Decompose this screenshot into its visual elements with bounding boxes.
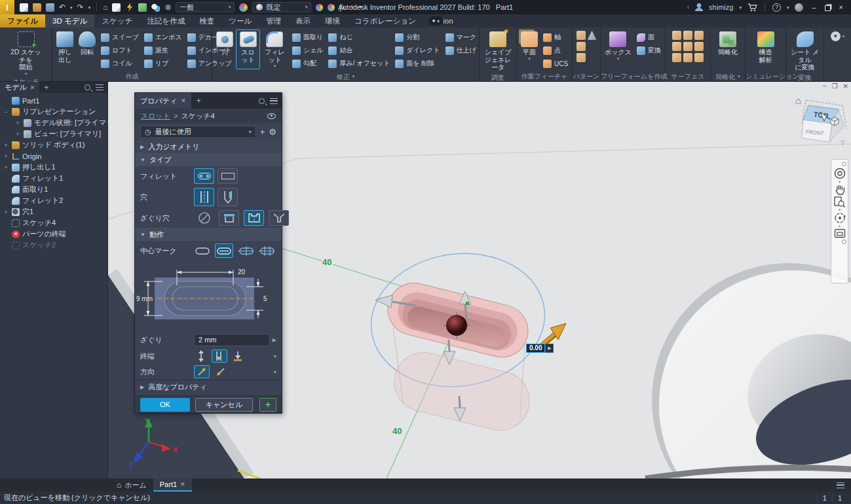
adjust-appearance-icon[interactable] (316, 4, 323, 11)
appearance-pair-icon[interactable] (151, 3, 160, 12)
search-icon[interactable] (85, 84, 90, 90)
spotface-option[interactable] (219, 210, 239, 226)
tree-item[interactable]: パーツの終端 (3, 228, 107, 240)
breadcrumb-feature[interactable]: スロット (141, 111, 170, 121)
direction-flip-option[interactable] (213, 365, 229, 378)
browser-menu-icon[interactable] (96, 84, 104, 90)
drilled-hole-option[interactable] (194, 188, 214, 206)
tree-item[interactable]: + Origin (3, 151, 107, 162)
parameters-icon[interactable]: fx (339, 3, 345, 12)
cart-icon[interactable] (747, 3, 757, 12)
extent-distance-option[interactable] (212, 350, 227, 363)
ok-button[interactable]: OK (140, 398, 190, 412)
ribbon-button[interactable]: 軸 (542, 31, 569, 44)
ribbon-tab[interactable]: 管理 (259, 14, 288, 27)
redo-icon[interactable]: ↷ (77, 3, 84, 11)
surface-tool-icon[interactable] (672, 53, 681, 62)
dimension-input[interactable]: 0.00 ▶ (526, 344, 554, 353)
spotface-depth-input[interactable]: 2 mm (194, 334, 270, 346)
add-preset-button[interactable]: + (260, 127, 265, 137)
pan-hand-icon[interactable] (835, 184, 845, 195)
view-cube[interactable]: ⌂ TOP FRONT ▽ (786, 91, 851, 154)
centermark-cross-option[interactable] (237, 243, 254, 259)
ribbon-button[interactable]: 面 (635, 31, 662, 44)
direction-dropdown-icon[interactable]: ▾ (274, 369, 276, 375)
ribbon-button[interactable]: 変換 (635, 44, 662, 57)
ribbon-tab[interactable]: 表示 (288, 14, 318, 27)
remove-appearance-icon[interactable] (328, 4, 335, 11)
navigation-bar[interactable] (831, 159, 848, 283)
surface-tool-icon[interactable] (683, 31, 692, 40)
ribbon-button[interactable]: 構造 解析 (755, 29, 777, 65)
document-tab-part1[interactable]: Part1✕ (153, 478, 192, 492)
user-dropdown-icon[interactable]: ▾ (739, 5, 742, 10)
cancel-button[interactable]: キャンセル (195, 398, 253, 412)
ribbon-button[interactable]: スイープ (100, 31, 140, 44)
tree-expander[interactable]: + (3, 142, 9, 149)
qat-add-icon[interactable]: + (350, 3, 354, 11)
properties-tab[interactable]: プロパティ✕ (135, 93, 191, 109)
tree-item[interactable]: スケッチ2 (3, 240, 107, 251)
tree-item[interactable]: + 押し出し1 (3, 162, 107, 173)
ribbon-tab[interactable]: ファイル (0, 14, 45, 27)
centermark-line-option[interactable] (215, 243, 233, 258)
add-panel-tab-button[interactable]: + (197, 96, 201, 105)
close-icon[interactable]: ✕ (30, 84, 35, 91)
close-icon[interactable]: ✕ (181, 98, 186, 104)
viewport[interactable]: 40 40 (108, 82, 851, 478)
ribbon-button[interactable]: UCS (542, 57, 569, 70)
counterbore-option[interactable] (244, 210, 264, 226)
appearance-select[interactable]: 既定 ▾ (252, 2, 311, 12)
ribbon-button[interactable]: マーク (444, 31, 478, 44)
ribbon-button[interactable]: 結合 (327, 44, 391, 57)
ribbon-tab[interactable]: コラボレーション (347, 14, 423, 27)
extent-dropdown-icon[interactable]: ▾ (274, 353, 276, 359)
collapse-left-icon[interactable]: ‹ (687, 5, 689, 10)
home-tab[interactable]: ⌂ホーム (110, 478, 153, 492)
ribbon-button[interactable]: エンボス (143, 31, 183, 44)
tree-item[interactable]: スケッチ4 (3, 217, 107, 228)
navbar-customize-icon[interactable] (842, 240, 846, 244)
material-select[interactable]: 一般 ▾ (176, 2, 235, 12)
extent-through-option[interactable] (194, 350, 208, 363)
surface-tool-icon[interactable] (694, 42, 704, 51)
vp-minimize-icon[interactable]: − (823, 82, 827, 90)
dimension-flyout-icon[interactable]: ▶ (545, 344, 554, 353)
dimension-40-a[interactable]: 40 (322, 257, 331, 267)
surface-tool-icon[interactable] (694, 31, 704, 40)
inventor-logo-icon[interactable]: I (0, 0, 14, 14)
direction-default-option[interactable] (194, 365, 210, 378)
tab-list-icon[interactable] (837, 482, 844, 488)
ribbon-button[interactable]: シェイプ ジェネレータ (481, 29, 515, 73)
fillet-slot-option[interactable] (194, 168, 214, 184)
save-icon[interactable] (46, 3, 54, 12)
tapered-hole-option[interactable] (217, 188, 238, 206)
vp-restore-icon[interactable]: ❒ (832, 82, 838, 90)
tree-expander[interactable]: + (14, 131, 21, 137)
preset-select[interactable]: ◷ 最後に使用 ▾ (140, 126, 256, 138)
surface-tool-icon[interactable] (672, 42, 681, 51)
measure-icon[interactable] (138, 3, 147, 12)
ribbon-button[interactable]: シート メタル に変換 (787, 29, 822, 73)
cbore-none-option[interactable] (194, 210, 214, 226)
ribbon-button[interactable]: スロット (236, 29, 260, 69)
tree-expander[interactable]: + (3, 164, 9, 171)
browser-tab-model[interactable]: モデル✕ (0, 82, 39, 93)
create-new-button[interactable]: + (259, 398, 276, 412)
centermark-full-option[interactable] (258, 243, 275, 259)
ribbon-button[interactable]: シェル (291, 44, 325, 57)
ribbon-button[interactable]: ねじ (327, 31, 391, 44)
simplify-group-label[interactable]: 簡略化 (711, 72, 745, 81)
tree-expander[interactable]: + (3, 209, 9, 215)
ribbon-tab[interactable]: ツール (221, 14, 259, 27)
extent-to-option[interactable] (231, 350, 245, 363)
preset-settings-icon[interactable]: ⚙ (269, 127, 276, 137)
tree-item[interactable]: フィレット1 (3, 173, 107, 184)
dimension-value[interactable]: 0.00 (526, 344, 545, 353)
close-button[interactable]: × (837, 3, 846, 11)
ribbon-tab[interactable]: 注記を作成 (140, 14, 192, 27)
pattern-tool-icon[interactable] (588, 31, 597, 40)
ribbon-collapse-button[interactable]: ▼ ▾ (824, 27, 851, 81)
surface-tool-icon[interactable] (683, 53, 692, 62)
section-advanced[interactable]: ▶高度なプロパティ (135, 380, 282, 394)
